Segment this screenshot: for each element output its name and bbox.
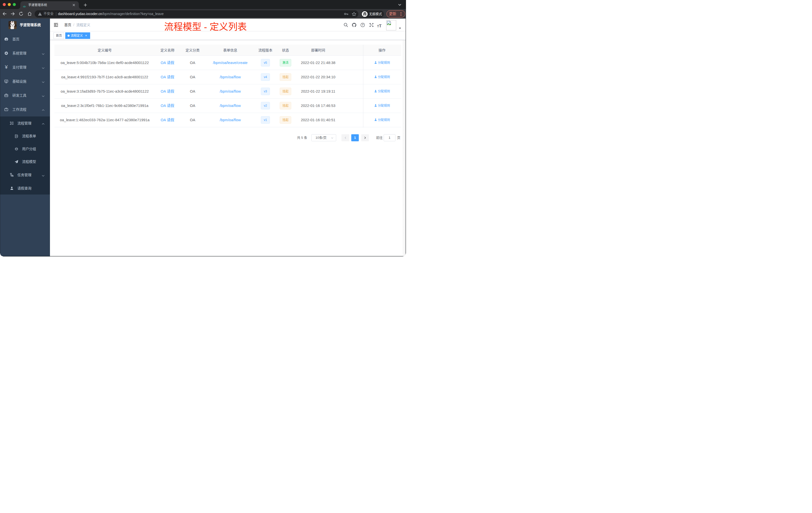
svg-text:?: ? — [362, 23, 363, 26]
